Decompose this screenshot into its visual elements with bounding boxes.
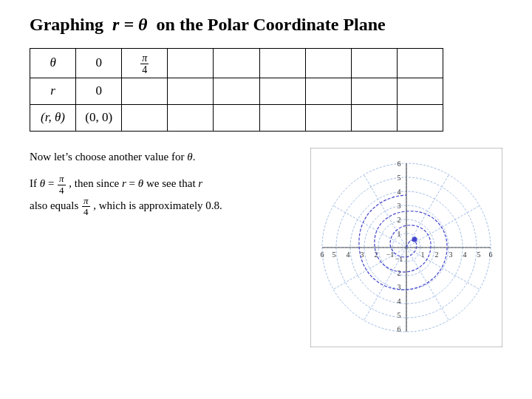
svg-text:6: 6	[398, 325, 401, 333]
svg-text:5: 5	[477, 250, 481, 259]
title-suffix: on the Polar Coordinate Plane	[157, 15, 386, 34]
pair-val-4	[259, 104, 305, 131]
r-val-5	[305, 78, 351, 104]
text-line2: If θ = π 4 , then since r = θ we see tha…	[30, 174, 288, 217]
svg-text:6: 6	[321, 250, 324, 259]
svg-text:2: 2	[398, 216, 401, 224]
page-title: Graphing r = θ on the Polar Coordinate P…	[30, 15, 502, 35]
pair-val-5	[305, 104, 351, 131]
explanation-text: Now let’s choose another value for θ. If…	[30, 148, 288, 225]
theta-val-5	[305, 49, 351, 78]
pair-val-2	[168, 104, 214, 131]
text-line1: Now let’s choose another value for θ.	[30, 148, 288, 167]
r-val-1	[122, 78, 168, 104]
pair-val-1	[122, 104, 168, 131]
r-val-6	[351, 78, 397, 104]
pair-val-6	[351, 104, 397, 131]
r-val-3	[214, 78, 259, 104]
polar-graph-svg: 1 2 3 4 5 6 −1 2 3 4 5 6 1 2 3 4 5 6	[310, 148, 502, 347]
svg-text:4: 4	[398, 188, 401, 196]
polar-graph: 1 2 3 4 5 6 −1 2 3 4 5 6 1 2 3 4 5 6	[310, 148, 502, 347]
theta-val-2	[168, 49, 214, 78]
r-val-4	[259, 78, 305, 104]
pair-val-0: (0, 0)	[76, 104, 122, 131]
svg-text:−1: −1	[386, 250, 395, 259]
svg-text:6: 6	[398, 160, 401, 168]
svg-text:1: 1	[421, 250, 425, 259]
svg-text:2: 2	[398, 269, 401, 277]
svg-text:5: 5	[332, 250, 336, 259]
theta-val-3	[214, 49, 259, 78]
pair-val-3	[214, 104, 259, 131]
main-content: Graphing r = θ on the Polar Coordinate P…	[0, 0, 532, 362]
values-table: θ 0 π 4 r 0	[30, 48, 443, 132]
table-row-pair: (r, θ) (0, 0)	[30, 104, 443, 131]
frac-pi-over-4-1: π 4	[58, 174, 66, 196]
svg-text:4: 4	[398, 297, 401, 305]
theta-val-4	[259, 49, 305, 78]
title-prefix: Graphing	[30, 15, 103, 34]
title-equation: r = θ	[112, 15, 148, 34]
svg-text:6: 6	[489, 250, 493, 259]
svg-text:5: 5	[398, 174, 401, 182]
frac-pi-over-4-2: π 4	[82, 196, 90, 218]
svg-text:3: 3	[449, 250, 453, 259]
theta-val-6	[351, 49, 397, 78]
r-val-0: 0	[76, 78, 122, 104]
svg-text:5: 5	[398, 311, 401, 319]
svg-text:2: 2	[375, 250, 378, 259]
table-row-r: r 0	[30, 78, 443, 104]
table-row-theta: θ 0 π 4	[30, 49, 443, 78]
theta-val-1: π 4	[122, 49, 168, 78]
pair-val-7	[397, 104, 443, 131]
theta-val-7	[397, 49, 443, 78]
theta-val-0: 0	[76, 49, 122, 78]
svg-text:4: 4	[347, 250, 350, 259]
bottom-section: Now let’s choose another value for θ. If…	[30, 148, 502, 347]
svg-text:2: 2	[435, 250, 439, 259]
pair-label: (r, θ)	[30, 104, 76, 131]
svg-text:4: 4	[463, 250, 467, 259]
r-val-2	[168, 78, 214, 104]
plotted-point	[412, 236, 417, 242]
r-val-7	[397, 78, 443, 104]
theta-label: θ	[30, 49, 76, 78]
r-label: r	[30, 78, 76, 104]
svg-text:3: 3	[398, 202, 401, 210]
svg-text:1: 1	[398, 230, 401, 238]
